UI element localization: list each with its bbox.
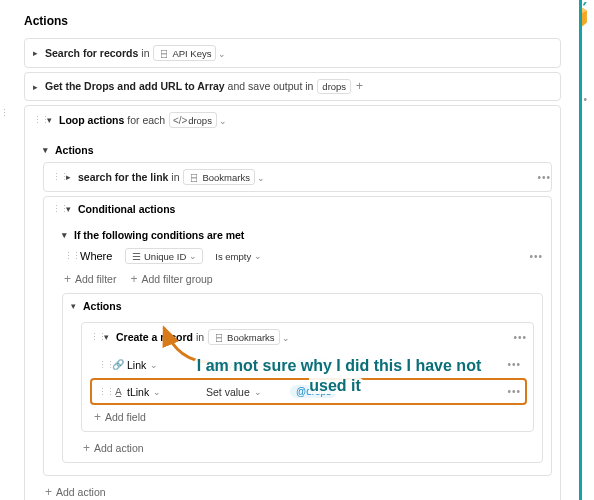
- table-icon: ⌸: [188, 171, 200, 183]
- create-record-header[interactable]: ⋮⋮ ▾ Create a record in ⌸Bookmarks⌄ •••: [82, 323, 533, 351]
- expand-icon[interactable]: ▸: [33, 82, 41, 92]
- code-icon: </>: [174, 114, 186, 126]
- conditional-block: ⋮⋮ ▾ Conditional actions ▾If the followi…: [43, 196, 552, 476]
- action-get-drops[interactable]: ▸ Get the Drops and add URL to Array and…: [24, 72, 561, 101]
- loop-container: ⋮⋮ ▾ Loop actions for each </>drops⌄ ▾Ac…: [24, 105, 561, 500]
- drag-handle[interactable]: ⋮⋮: [64, 251, 74, 261]
- action-search-link[interactable]: ⋮⋮ ▸ search for the link in ⌸Bookmarks⌄ …: [43, 162, 552, 192]
- collapse-icon[interactable]: ▾: [47, 115, 55, 125]
- expand-icon[interactable]: ▸: [66, 172, 74, 182]
- drag-handle[interactable]: ⋮⋮: [52, 204, 62, 214]
- link-icon: 🔗: [112, 359, 124, 371]
- table-icon: ⌸: [213, 331, 225, 343]
- text-icon: A̲: [112, 386, 124, 398]
- chevron-down-icon[interactable]: ⌄: [281, 333, 291, 343]
- table-icon: ⌸: [158, 47, 170, 59]
- inner-actions-header[interactable]: ▾ Actions: [63, 294, 542, 318]
- collapse-icon[interactable]: ▾: [104, 332, 112, 342]
- chevron-down-icon[interactable]: ⌄: [218, 116, 228, 126]
- condition-row[interactable]: ⋮⋮ Where ☰Unique ID⌄ Is empty⌄ •••: [62, 243, 543, 269]
- action-search-api-keys[interactable]: ▸ Search for records in ⌸API Keys⌄: [24, 38, 561, 68]
- expand-icon[interactable]: ▸: [33, 48, 41, 58]
- field-picker[interactable]: ☰Unique ID⌄: [125, 248, 203, 264]
- loop-actions-heading: ▾Actions: [43, 138, 552, 158]
- overflow-menu[interactable]: •••: [507, 359, 521, 370]
- chevron-down-icon[interactable]: ⌄: [256, 173, 266, 183]
- loop-header[interactable]: ⋮⋮ ▾ Loop actions for each </>drops⌄: [25, 106, 560, 134]
- drag-handle[interactable]: ⋮⋮: [98, 360, 108, 370]
- id-icon: ☰: [130, 250, 142, 262]
- overflow-menu[interactable]: •••: [513, 332, 527, 343]
- drag-handle[interactable]: ⋮⋮: [98, 387, 108, 397]
- drag-handle[interactable]: ⋮⋮: [90, 332, 100, 342]
- operator-picker[interactable]: Is empty⌄: [211, 250, 267, 263]
- add-filter-button[interactable]: +Add filter: [64, 271, 116, 287]
- overflow-menu[interactable]: •••: [507, 386, 521, 397]
- overflow-menu[interactable]: •••: [537, 172, 551, 183]
- conditional-header[interactable]: ⋮⋮ ▾ Conditional actions: [44, 197, 551, 221]
- drag-handle[interactable]: ⋮⋮: [52, 172, 62, 182]
- section-heading: Actions: [24, 10, 561, 34]
- overflow-menu[interactable]: •••: [529, 251, 543, 262]
- add-output-icon[interactable]: +: [355, 79, 364, 93]
- collapse-icon[interactable]: ▾: [66, 204, 74, 214]
- collapse-icon[interactable]: ▾: [71, 301, 79, 311]
- add-action-loop-button[interactable]: +Add action: [43, 482, 552, 500]
- chevron-down-icon[interactable]: ⌄: [217, 49, 227, 59]
- workflow-card: Actions ▸ Search for records in ⌸API Key…: [6, 0, 582, 500]
- condition-rule-heading: ▾If the following conditions are met: [62, 223, 543, 243]
- add-action-inner-button[interactable]: +Add action: [81, 438, 534, 456]
- annotation-callout: I am not sure why I did this I have not …: [182, 356, 492, 396]
- add-field-button[interactable]: +Add field: [92, 407, 525, 425]
- drag-handle[interactable]: ⋮⋮: [33, 115, 43, 125]
- add-filter-group-button[interactable]: +Add filter group: [130, 271, 212, 287]
